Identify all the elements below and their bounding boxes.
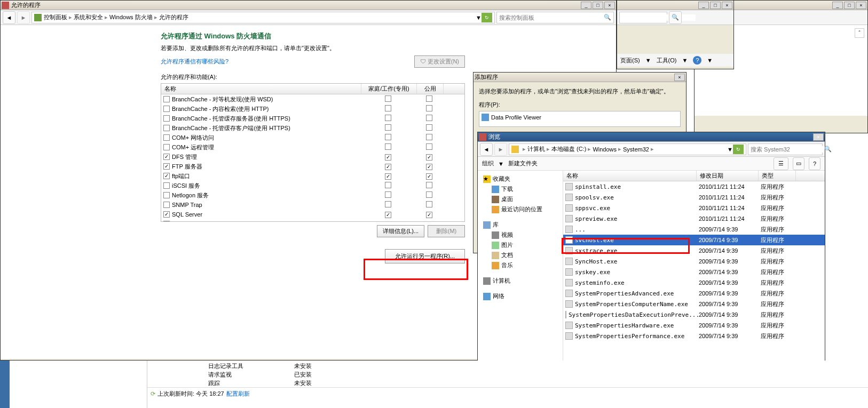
checkbox[interactable] [163, 221, 170, 221]
search-icon[interactable]: 🔍 [824, 146, 832, 153]
checkbox-home[interactable] [385, 173, 391, 180]
checkbox-public[interactable] [426, 191, 432, 198]
allow-another-button[interactable]: 允许运行另一程序(R)... [385, 249, 465, 263]
checkbox-public[interactable] [426, 143, 432, 150]
col-name[interactable]: 名称 [161, 84, 361, 94]
change-settings-button[interactable]: 🛡 更改设置(N) [414, 55, 465, 68]
forward-button[interactable]: ► [494, 143, 507, 156]
checkbox-public[interactable] [426, 221, 432, 222]
checkbox-public[interactable] [426, 95, 432, 102]
search-icon[interactable]: 🔍 [604, 14, 611, 21]
list-item[interactable]: iSCSI 服务 [161, 181, 464, 190]
tools-menu[interactable]: 工具(O) [657, 57, 677, 65]
checkbox[interactable] [163, 144, 170, 150]
list-item[interactable]: SNMP Trap [161, 200, 464, 210]
checkbox-home[interactable] [385, 134, 391, 140]
search-box[interactable]: 🔍 [496, 12, 614, 23]
new-folder-button[interactable]: 新建文件夹 [508, 159, 538, 167]
tree-downloads[interactable]: 下载 [501, 185, 513, 193]
checkbox-home[interactable] [385, 143, 391, 150]
tree-network[interactable]: 网络 [493, 292, 504, 300]
file-row[interactable]: sppsvc.exe2010/11/21 11:24应用程序 [563, 203, 825, 213]
checkbox[interactable] [163, 202, 170, 208]
tree-library[interactable]: 库 [493, 221, 499, 229]
details-button[interactable]: 详细信息(L)... [377, 225, 424, 237]
checkbox[interactable] [163, 106, 170, 112]
tree-desktop[interactable]: 桌面 [501, 195, 513, 203]
search-input[interactable] [751, 146, 824, 153]
checkbox-public[interactable] [426, 154, 432, 161]
list-item[interactable]: ftp端口 [161, 171, 464, 181]
file-row[interactable]: spinstall.exe2010/11/21 11:24应用程序 [563, 181, 825, 192]
maximize-icon[interactable]: □ [593, 2, 603, 9]
checkbox-home[interactable] [385, 124, 391, 131]
checkbox-public[interactable] [426, 173, 432, 180]
tree-recent[interactable]: 最近访问的位置 [501, 205, 542, 213]
checkbox-public[interactable] [426, 134, 432, 140]
checkbox[interactable] [163, 96, 170, 102]
file-row[interactable]: SystemPropertiesComputerName.exe2009/7/1… [563, 299, 825, 309]
file-row[interactable]: svchost.exe2009/7/14 9:39应用程序 [563, 235, 825, 245]
list-item[interactable]: SQL Server [161, 219, 464, 221]
view-icon[interactable]: ☰ [774, 157, 788, 170]
close-icon[interactable]: × [674, 74, 685, 81]
search-input[interactable] [499, 14, 604, 21]
tree-docs[interactable]: 文档 [501, 251, 513, 259]
crumb[interactable]: System32 [623, 146, 649, 153]
path-breadcrumb[interactable]: ▸ 计算机▸ 本地磁盘 (C:)▸ Windows▸ System32▸ ▼ ↻ [509, 143, 746, 155]
file-row[interactable]: SystemPropertiesDataExecutionPreve...200… [563, 309, 825, 320]
checkbox[interactable] [163, 182, 170, 189]
risk-link[interactable]: 允许程序通信有哪些风险? [161, 58, 228, 66]
crumb[interactable]: 允许的程序 [159, 13, 188, 21]
list-item[interactable]: COM+ 远程管理 [161, 142, 464, 152]
checkbox-home[interactable] [385, 95, 391, 102]
file-row[interactable]: SystemPropertiesHardware.exe2009/7/14 9:… [563, 320, 825, 331]
close-icon[interactable]: × [604, 2, 615, 9]
checkbox[interactable] [163, 115, 170, 122]
close-icon[interactable]: × [813, 133, 824, 141]
delete-button[interactable]: 删除(M) [428, 225, 465, 237]
checkbox-public[interactable] [426, 115, 432, 121]
col-home[interactable]: 家庭/工作(专用) [361, 84, 417, 94]
checkbox-home[interactable] [385, 105, 391, 111]
checkbox[interactable] [163, 134, 170, 141]
help-icon[interactable]: ? [693, 56, 701, 65]
crumb[interactable]: 计算机 [527, 145, 545, 153]
close-icon[interactable]: × [722, 2, 732, 9]
forward-button[interactable]: ► [17, 11, 30, 24]
list-item[interactable]: BranchCache - 对等机发现(使用 WSD) [161, 94, 464, 104]
checkbox-home[interactable] [385, 191, 391, 198]
checkbox-public[interactable] [426, 164, 432, 170]
col-public[interactable]: 公用 [417, 84, 444, 94]
crumb[interactable]: Windows [593, 146, 617, 153]
file-row[interactable]: SystemPropertiesPerformance.exe2009/7/14… [563, 331, 825, 341]
file-row[interactable]: spoolsv.exe2010/11/21 11:24应用程序 [563, 192, 825, 203]
preview-icon[interactable]: ▭ [793, 157, 804, 170]
checkbox[interactable] [163, 173, 170, 179]
checkbox-home[interactable] [385, 154, 391, 161]
minimize-icon[interactable]: _ [581, 2, 591, 9]
checkbox-public[interactable] [426, 105, 432, 111]
list-item[interactable]: Netlogon 服务 [161, 190, 464, 200]
list-item[interactable]: BranchCache - 托管缓存客户端(使用 HTTPS) [161, 123, 464, 133]
checkbox-public[interactable] [426, 182, 432, 188]
maximize-icon[interactable]: □ [710, 2, 721, 9]
minimize-icon[interactable]: _ [698, 2, 709, 9]
file-row[interactable]: syskey.exe2009/7/14 9:39应用程序 [563, 267, 825, 277]
config-refresh-link[interactable]: 配置刷新 [226, 390, 250, 398]
checkbox-public[interactable] [426, 212, 432, 218]
minimize-icon[interactable]: _ [832, 2, 843, 9]
col-date[interactable]: 修改日期 [697, 171, 759, 181]
tree-videos[interactable]: 视频 [501, 231, 513, 239]
checkbox[interactable] [163, 211, 170, 218]
col-name[interactable]: 名称 [563, 171, 697, 181]
list-item[interactable]: BranchCache - 内容检索(使用 HTTP) [161, 104, 464, 114]
checkbox-home[interactable] [385, 164, 391, 170]
tree-music[interactable]: 音乐 [501, 261, 513, 269]
checkbox-home[interactable] [385, 201, 391, 207]
crumb[interactable]: 系统和安全 [74, 13, 103, 21]
file-row[interactable]: spreview.exe2010/11/21 11:24应用程序 [563, 213, 825, 224]
list-item[interactable]: DFS 管理 [161, 152, 464, 162]
checkbox-public[interactable] [426, 201, 432, 207]
tree-favorites[interactable]: 收藏夹 [493, 175, 510, 183]
